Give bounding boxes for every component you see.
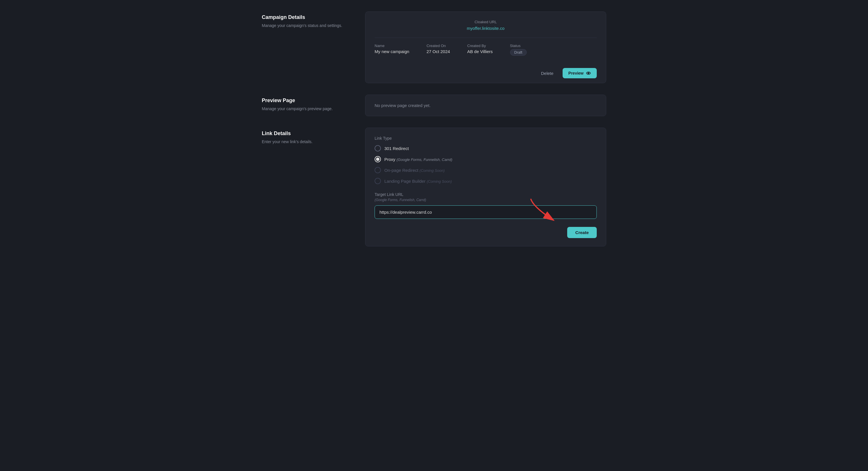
link-details-title: Link Details [262, 131, 348, 137]
meta-created-on-label: Created On [427, 44, 450, 48]
campaign-card-top: Cloaked URL myoffer.linktosite.co Name M… [365, 11, 606, 64]
campaign-card-wrapper: Cloaked URL myoffer.linktosite.co Name M… [365, 11, 606, 83]
preview-page-card: No preview page created yet. [365, 95, 606, 116]
radio-landing: Landing Page Builder (Coming Soon) [375, 178, 597, 184]
meta-name: Name My new campaign [375, 44, 409, 56]
meta-name-value: My new campaign [375, 49, 409, 54]
meta-created-by-value: AB de Villiers [467, 49, 493, 54]
meta-created-by: Created By AB de Villiers [467, 44, 493, 56]
meta-status: Status Draft [510, 44, 527, 56]
campaign-header: Cloaked URL myoffer.linktosite.co [375, 20, 597, 31]
preview-button-label: Preview [568, 71, 584, 75]
delete-button[interactable]: Delete [536, 69, 558, 78]
preview-page-title: Preview Page [262, 98, 348, 104]
radio-outer-proxy [375, 156, 381, 162]
radio-301redirect[interactable]: 301 Redirect [375, 145, 597, 152]
card-actions: Delete Preview [365, 63, 606, 83]
link-details-content: Link Type 301 Redirect [365, 128, 606, 246]
radio-outer-onpage [375, 167, 381, 173]
meta-created-on: Created On 27 Oct 2024 [427, 44, 450, 56]
preview-page-desc: Manage your campaign's preview page. [262, 106, 348, 112]
svg-point-1 [588, 73, 589, 74]
page-container: Campaign Details Manage your campaign's … [262, 11, 606, 246]
link-card-actions: Create [375, 219, 597, 238]
campaign-details-label: Campaign Details Manage your campaign's … [262, 11, 348, 83]
link-details-label: Link Details Enter your new link's detai… [262, 128, 348, 246]
status-badge: Draft [510, 49, 527, 56]
cloaked-url-value: myoffer.linktosite.co [375, 26, 597, 31]
radio-outer-landing [375, 178, 381, 184]
campaign-details-desc: Manage your campaign's status and settin… [262, 23, 348, 29]
campaign-details-title: Campaign Details [262, 14, 348, 20]
campaign-details-section: Campaign Details Manage your campaign's … [262, 11, 606, 83]
preview-button[interactable]: Preview [563, 68, 597, 78]
radio-inner-proxy [376, 158, 379, 161]
meta-status-label: Status [510, 44, 527, 48]
no-preview-text: No preview page created yet. [375, 103, 597, 108]
preview-page-label: Preview Page Manage your campaign's prev… [262, 95, 348, 116]
eye-icon [586, 71, 591, 76]
radio-proxy[interactable]: Proxy (Google Forms, Funnelish, Carrd) [375, 156, 597, 162]
meta-name-label: Name [375, 44, 409, 48]
campaign-meta: Name My new campaign Created On 27 Oct 2… [375, 38, 597, 56]
campaign-details-content: Cloaked URL myoffer.linktosite.co Name M… [365, 11, 606, 83]
link-type-label: Link Type [375, 136, 597, 140]
link-details-section: Link Details Enter your new link's detai… [262, 128, 606, 246]
radio-options: 301 Redirect Proxy (Google Forms, Funnel… [375, 145, 597, 184]
create-button[interactable]: Create [567, 227, 597, 238]
radio-onpage: On-page Redirect (Coming Soon) [375, 167, 597, 173]
cloaked-url-label: Cloaked URL [375, 20, 597, 24]
radio-label-landing: Landing Page Builder (Coming Soon) [384, 179, 452, 183]
radio-label-301redirect: 301 Redirect [384, 146, 409, 151]
link-details-desc: Enter your new link's details. [262, 139, 348, 145]
meta-created-on-value: 27 Oct 2024 [427, 49, 450, 54]
meta-created-by-label: Created By [467, 44, 493, 48]
radio-label-onpage: On-page Redirect (Coming Soon) [384, 168, 445, 173]
preview-page-content: No preview page created yet. [365, 95, 606, 116]
arrow-annotation [525, 196, 565, 225]
link-details-card: Link Type 301 Redirect [365, 128, 606, 246]
link-type-section: Link Type 301 Redirect [375, 136, 597, 184]
radio-outer-301redirect [375, 145, 381, 152]
radio-label-proxy: Proxy (Google Forms, Funnelish, Carrd) [384, 157, 453, 162]
preview-page-section: Preview Page Manage your campaign's prev… [262, 95, 606, 116]
